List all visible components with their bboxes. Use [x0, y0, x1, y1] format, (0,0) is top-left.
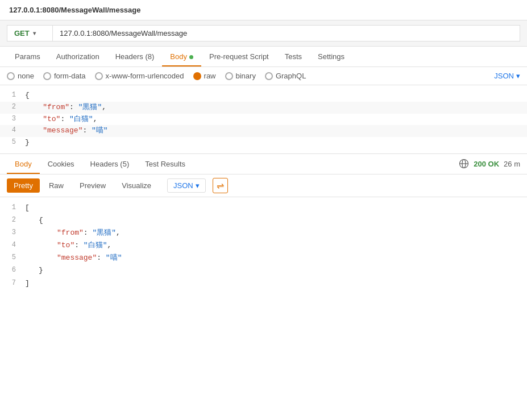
line-number: 3 [0, 114, 23, 124]
json-chevron-icon: ▾ [516, 72, 520, 80]
response-code-line: 1[ [0, 202, 527, 214]
response-tab-bar: Body Cookies Headers (5) Test Results 20… [0, 154, 527, 174]
format-tab-visualize[interactable]: Visualize [115, 178, 158, 193]
radio-circle-binary [225, 72, 233, 80]
response-time-text: 26 m [504, 160, 520, 168]
line-number: 2 [0, 214, 23, 226]
line-number: 7 [0, 277, 23, 289]
format-tab-preview[interactable]: Preview [73, 178, 113, 193]
radio-graphql[interactable]: GraphQL [265, 72, 306, 80]
tab-body[interactable]: Body [162, 47, 201, 66]
radio-circle-none [7, 72, 15, 80]
line-content: [ [23, 202, 527, 214]
body-dot [189, 55, 193, 59]
line-content: } [23, 264, 527, 277]
response-tab-cookies[interactable]: Cookies [40, 154, 82, 174]
line-number: 1 [0, 202, 23, 213]
line-number: 2 [0, 102, 23, 113]
response-code-area: 1[2{3"from": "黒猫",4"to": "白猫",5"message"… [0, 197, 527, 294]
request-tab-bar: Params Authorization Headers (8) Body Pr… [0, 47, 527, 67]
radio-raw[interactable]: raw [193, 72, 216, 80]
line-number: 1 [0, 90, 23, 101]
radio-circle-graphql [265, 72, 273, 80]
line-number: 6 [0, 264, 23, 276]
code-line: 1{ [0, 90, 527, 102]
response-json-chevron-icon: ▾ [196, 181, 200, 190]
url-bar: GET ▾ [0, 20, 527, 47]
radio-x-www-form-urlencoded[interactable]: x-www-form-urlencoded [95, 72, 184, 80]
wrap-toggle-button[interactable]: ⇌ [213, 178, 228, 193]
line-content: ····"from": "黒猫", [23, 102, 527, 114]
code-line: 2····"from": "黒猫", [0, 102, 527, 114]
tab-settings[interactable]: Settings [310, 47, 352, 66]
line-number: 4 [0, 239, 23, 251]
request-code-editor[interactable]: 1{2····"from": "黒猫",3····"to": "白猫",4···… [0, 85, 527, 154]
line-content: { [23, 90, 527, 102]
response-code-line: 5"message": "喵" [0, 252, 527, 264]
method-selector[interactable]: GET ▾ [7, 25, 52, 41]
response-code-line: 6} [0, 264, 527, 277]
code-line: 3····"to": "白猫", [0, 114, 527, 126]
tab-tests[interactable]: Tests [277, 47, 310, 66]
line-content: { [23, 214, 527, 227]
format-tab-pretty[interactable]: Pretty [7, 178, 40, 193]
response-tab-body[interactable]: Body [7, 154, 40, 174]
response-code-line: 3"from": "黒猫", [0, 227, 527, 239]
format-tab-raw[interactable]: Raw [42, 178, 70, 193]
line-content: "message": "喵" [23, 252, 527, 264]
radio-binary[interactable]: binary [225, 72, 256, 80]
response-tab-headers[interactable]: Headers (5) [82, 154, 138, 174]
body-type-bar: none form-data x-www-form-urlencoded raw… [0, 67, 527, 85]
json-type-selector[interactable]: JSON ▾ [494, 72, 520, 80]
line-number: 4 [0, 125, 23, 136]
radio-circle-x-www [95, 72, 103, 80]
page-title: 127.0.0.1:8080/MessageWall/message [0, 0, 527, 20]
line-content: } [23, 137, 527, 149]
response-json-selector[interactable]: JSON ▾ [167, 178, 206, 193]
radio-form-data[interactable]: form-data [43, 72, 86, 80]
line-content: "from": "黒猫", [23, 227, 527, 239]
method-chevron-icon: ▾ [33, 30, 36, 36]
response-status-text: 200 OK [474, 160, 499, 168]
radio-none[interactable]: none [7, 72, 34, 80]
response-tab-test-results[interactable]: Test Results [137, 154, 193, 174]
code-line: 4····"message": "喵" [0, 125, 527, 137]
response-format-bar: Pretty Raw Preview Visualize JSON ▾ ⇌ [0, 174, 527, 197]
line-content: ] [23, 277, 527, 290]
radio-circle-raw [193, 72, 201, 80]
globe-icon [459, 159, 469, 169]
line-content: ····"message": "喵" [23, 125, 527, 137]
response-code-line: 4"to": "白猫", [0, 239, 527, 252]
radio-circle-form-data [43, 72, 51, 80]
response-code-line: 2{ [0, 214, 527, 227]
line-content: ····"to": "白猫", [23, 114, 527, 126]
tab-authorization[interactable]: Authorization [48, 47, 107, 66]
code-line: 5} [0, 137, 527, 149]
line-number: 3 [0, 227, 23, 238]
response-code-line: 7] [0, 277, 527, 290]
line-number: 5 [0, 137, 23, 148]
url-input[interactable] [52, 25, 520, 41]
tab-params[interactable]: Params [7, 47, 48, 66]
line-content: "to": "白猫", [23, 239, 527, 252]
line-number: 5 [0, 252, 23, 263]
tab-headers[interactable]: Headers (8) [107, 47, 163, 66]
response-status-area: 200 OK 26 m [459, 159, 520, 169]
tab-pre-request[interactable]: Pre-request Script [201, 47, 277, 66]
method-label: GET [14, 29, 30, 38]
